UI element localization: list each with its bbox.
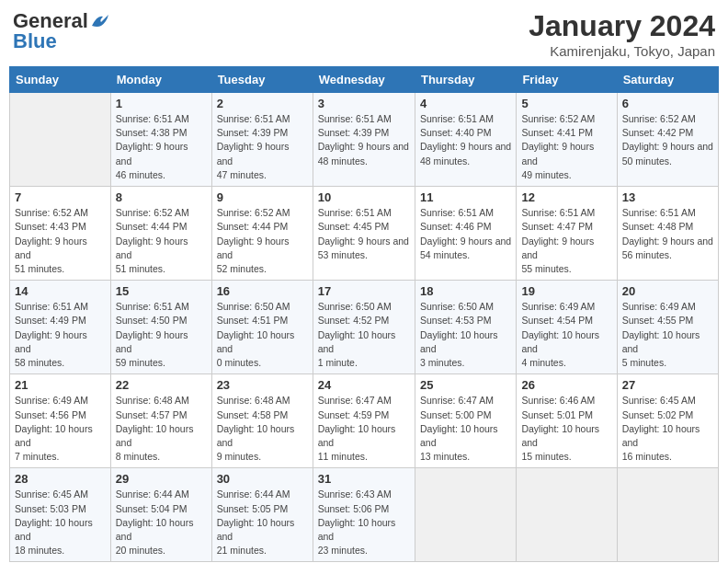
calendar-cell: 6Sunrise: 6:52 AM Sunset: 4:42 PM Daylig…: [617, 93, 718, 187]
calendar-cell: [415, 468, 516, 562]
calendar-cell: 18Sunrise: 6:50 AM Sunset: 4:53 PM Dayli…: [415, 281, 516, 374]
day-number: 21: [15, 378, 106, 392]
logo-bird-icon: [90, 13, 110, 29]
day-number: 27: [622, 378, 713, 392]
calendar-cell: 23Sunrise: 6:48 AM Sunset: 4:58 PM Dayli…: [211, 374, 313, 468]
day-number: 22: [116, 378, 207, 392]
day-number: 11: [420, 190, 511, 204]
calendar-cell: 19Sunrise: 6:49 AM Sunset: 4:54 PM Dayli…: [517, 281, 617, 374]
day-detail: Sunrise: 6:52 AM Sunset: 4:44 PM Dayligh…: [116, 206, 207, 276]
day-number: 29: [116, 472, 207, 486]
day-number: 5: [521, 97, 611, 110]
day-number: 14: [15, 284, 106, 298]
calendar-cell: 22Sunrise: 6:48 AM Sunset: 4:57 PM Dayli…: [110, 374, 211, 468]
calendar-cell: 24Sunrise: 6:47 AM Sunset: 4:59 PM Dayli…: [313, 374, 415, 468]
day-detail: Sunrise: 6:45 AM Sunset: 5:03 PM Dayligh…: [15, 488, 106, 557]
calendar-week-row: 21Sunrise: 6:49 AM Sunset: 4:56 PM Dayli…: [10, 374, 719, 468]
calendar-cell: [617, 468, 718, 562]
weekday-header-saturday: Saturday: [617, 67, 718, 93]
calendar-cell: [10, 93, 111, 187]
day-detail: Sunrise: 6:51 AM Sunset: 4:38 PM Dayligh…: [116, 112, 207, 182]
day-number: 2: [217, 97, 308, 110]
day-number: 18: [420, 284, 511, 298]
calendar-cell: 4Sunrise: 6:51 AM Sunset: 4:40 PM Daylig…: [415, 93, 516, 187]
day-detail: Sunrise: 6:50 AM Sunset: 4:53 PM Dayligh…: [420, 300, 511, 370]
day-detail: Sunrise: 6:46 AM Sunset: 5:01 PM Dayligh…: [521, 394, 611, 464]
calendar-cell: 5Sunrise: 6:52 AM Sunset: 4:41 PM Daylig…: [517, 93, 617, 187]
day-number: 9: [217, 190, 308, 204]
day-number: 7: [15, 190, 106, 204]
day-detail: Sunrise: 6:47 AM Sunset: 4:59 PM Dayligh…: [318, 394, 410, 464]
calendar-cell: 21Sunrise: 6:49 AM Sunset: 4:56 PM Dayli…: [10, 374, 111, 468]
day-detail: Sunrise: 6:50 AM Sunset: 4:52 PM Dayligh…: [318, 300, 410, 370]
day-number: 16: [217, 284, 308, 298]
calendar-cell: 9Sunrise: 6:52 AM Sunset: 4:44 PM Daylig…: [211, 187, 313, 281]
day-number: 28: [15, 472, 106, 486]
day-detail: Sunrise: 6:44 AM Sunset: 5:05 PM Dayligh…: [217, 488, 308, 557]
day-detail: Sunrise: 6:52 AM Sunset: 4:44 PM Dayligh…: [217, 206, 308, 276]
day-detail: Sunrise: 6:48 AM Sunset: 4:58 PM Dayligh…: [217, 394, 308, 464]
title-block: January 2024 Kamirenjaku, Tokyo, Japan: [529, 9, 715, 59]
day-detail: Sunrise: 6:51 AM Sunset: 4:46 PM Dayligh…: [420, 206, 511, 262]
calendar-cell: 10Sunrise: 6:51 AM Sunset: 4:45 PM Dayli…: [313, 187, 415, 281]
day-detail: Sunrise: 6:49 AM Sunset: 4:55 PM Dayligh…: [622, 300, 713, 370]
day-detail: Sunrise: 6:43 AM Sunset: 5:06 PM Dayligh…: [318, 488, 410, 557]
day-number: 4: [420, 97, 511, 110]
day-number: 19: [521, 284, 611, 298]
calendar-cell: 14Sunrise: 6:51 AM Sunset: 4:49 PM Dayli…: [10, 281, 111, 374]
subtitle: Kamirenjaku, Tokyo, Japan: [529, 43, 715, 59]
calendar-cell: 17Sunrise: 6:50 AM Sunset: 4:52 PM Dayli…: [313, 281, 415, 374]
day-number: 8: [116, 190, 207, 204]
calendar-cell: 28Sunrise: 6:45 AM Sunset: 5:03 PM Dayli…: [10, 468, 111, 562]
weekday-header-monday: Monday: [110, 67, 211, 93]
calendar-week-row: 1Sunrise: 6:51 AM Sunset: 4:38 PM Daylig…: [10, 93, 719, 187]
calendar-cell: 26Sunrise: 6:46 AM Sunset: 5:01 PM Dayli…: [517, 374, 617, 468]
calendar-table: SundayMondayTuesdayWednesdayThursdayFrid…: [9, 66, 719, 562]
calendar-week-row: 14Sunrise: 6:51 AM Sunset: 4:49 PM Dayli…: [10, 281, 719, 374]
calendar-cell: 1Sunrise: 6:51 AM Sunset: 4:38 PM Daylig…: [110, 93, 211, 187]
day-number: 26: [521, 378, 611, 392]
day-detail: Sunrise: 6:47 AM Sunset: 5:00 PM Dayligh…: [420, 394, 511, 464]
day-detail: Sunrise: 6:51 AM Sunset: 4:48 PM Dayligh…: [622, 206, 713, 262]
day-number: 31: [318, 472, 410, 486]
day-number: 25: [420, 378, 511, 392]
weekday-header-wednesday: Wednesday: [313, 67, 415, 93]
day-detail: Sunrise: 6:50 AM Sunset: 4:51 PM Dayligh…: [217, 300, 308, 370]
calendar-cell: 13Sunrise: 6:51 AM Sunset: 4:48 PM Dayli…: [617, 187, 718, 281]
day-number: 24: [318, 378, 410, 392]
day-number: 12: [521, 190, 611, 204]
day-detail: Sunrise: 6:52 AM Sunset: 4:43 PM Dayligh…: [15, 206, 106, 276]
day-detail: Sunrise: 6:51 AM Sunset: 4:49 PM Dayligh…: [15, 300, 106, 370]
weekday-header-sunday: Sunday: [10, 67, 111, 93]
day-detail: Sunrise: 6:49 AM Sunset: 4:54 PM Dayligh…: [521, 300, 611, 370]
calendar-cell: 27Sunrise: 6:45 AM Sunset: 5:02 PM Dayli…: [617, 374, 718, 468]
day-detail: Sunrise: 6:49 AM Sunset: 4:56 PM Dayligh…: [15, 394, 106, 464]
day-detail: Sunrise: 6:51 AM Sunset: 4:39 PM Dayligh…: [318, 112, 410, 168]
day-detail: Sunrise: 6:51 AM Sunset: 4:39 PM Dayligh…: [217, 112, 308, 182]
day-detail: Sunrise: 6:51 AM Sunset: 4:40 PM Dayligh…: [420, 112, 511, 168]
weekday-header-thursday: Thursday: [415, 67, 516, 93]
day-detail: Sunrise: 6:44 AM Sunset: 5:04 PM Dayligh…: [116, 488, 207, 557]
weekday-header-friday: Friday: [517, 67, 617, 93]
calendar-cell: 3Sunrise: 6:51 AM Sunset: 4:39 PM Daylig…: [313, 93, 415, 187]
calendar-cell: 30Sunrise: 6:44 AM Sunset: 5:05 PM Dayli…: [211, 468, 313, 562]
calendar-cell: [517, 468, 617, 562]
calendar-cell: 16Sunrise: 6:50 AM Sunset: 4:51 PM Dayli…: [211, 281, 313, 374]
day-number: 23: [217, 378, 308, 392]
day-detail: Sunrise: 6:45 AM Sunset: 5:02 PM Dayligh…: [622, 394, 713, 464]
day-number: 1: [116, 97, 207, 110]
day-detail: Sunrise: 6:51 AM Sunset: 4:47 PM Dayligh…: [521, 206, 611, 276]
day-number: 30: [217, 472, 308, 486]
main-title: January 2024: [529, 9, 715, 43]
calendar-week-row: 28Sunrise: 6:45 AM Sunset: 5:03 PM Dayli…: [10, 468, 719, 562]
calendar-cell: 25Sunrise: 6:47 AM Sunset: 5:00 PM Dayli…: [415, 374, 516, 468]
logo: General Blue: [13, 9, 110, 53]
day-number: 13: [622, 190, 713, 204]
day-detail: Sunrise: 6:48 AM Sunset: 4:57 PM Dayligh…: [116, 394, 207, 464]
calendar-cell: 11Sunrise: 6:51 AM Sunset: 4:46 PM Dayli…: [415, 187, 516, 281]
day-detail: Sunrise: 6:51 AM Sunset: 4:50 PM Dayligh…: [116, 300, 207, 370]
calendar-cell: 20Sunrise: 6:49 AM Sunset: 4:55 PM Dayli…: [617, 281, 718, 374]
calendar-cell: 8Sunrise: 6:52 AM Sunset: 4:44 PM Daylig…: [110, 187, 211, 281]
day-detail: Sunrise: 6:51 AM Sunset: 4:45 PM Dayligh…: [318, 206, 410, 262]
calendar-cell: 29Sunrise: 6:44 AM Sunset: 5:04 PM Dayli…: [110, 468, 211, 562]
